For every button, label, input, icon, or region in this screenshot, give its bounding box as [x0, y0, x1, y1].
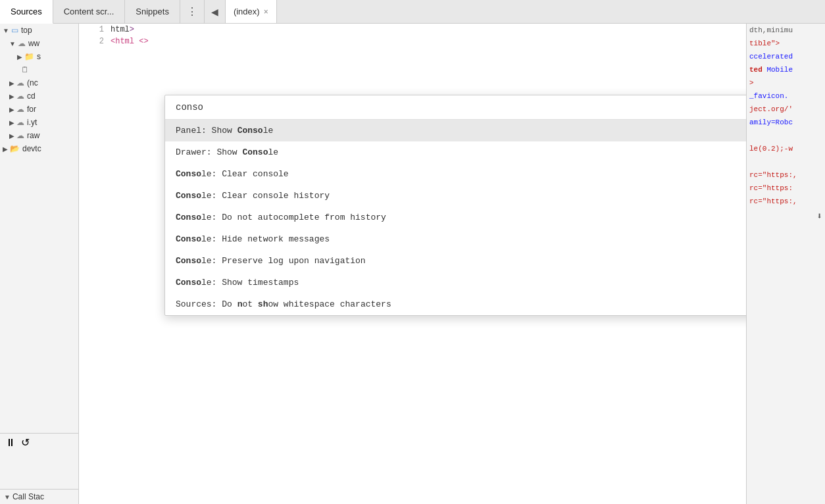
tree-label-ww: ww [28, 39, 39, 48]
right-line-4: ted Mobile [747, 63, 825, 76]
cloud-icon-iyt: ☁ [16, 118, 24, 127]
code-area[interactable]: 1 html> 2 <html <> conso Panel: Show Con… [79, 24, 746, 504]
code-line-1: 1 html> [79, 24, 746, 36]
autocomplete-item-1[interactable]: Drawer: Show Console [165, 141, 746, 163]
file-icon: 🗒 [21, 65, 29, 74]
tree-item-iyt[interactable]: ▶ ☁ i.yt [0, 116, 78, 129]
tree-item-devtc[interactable]: ▶ 📂 devtc [0, 142, 78, 155]
tab-snippets-label: Snippets [136, 7, 169, 16]
call-stack-arrow: ▼ [4, 493, 11, 501]
autocomplete-dropdown: conso Panel: Show Console Drawer: Show C… [164, 95, 746, 316]
main-layout: ▼ ▭ top ▼ ☁ ww ▶ 📁 s 🗒 ▶ ☁ (nc ▶ ☁ cd ▶ [0, 24, 825, 504]
right-line-11 [747, 155, 825, 168]
autocomplete-item-5-text: Console: Hide network messages [176, 234, 746, 244]
tree-item-ww[interactable]: ▼ ☁ ww [0, 37, 78, 50]
step-button[interactable]: ↺ [21, 436, 30, 449]
cloud-icon-for: ☁ [16, 105, 24, 114]
right-line-9 [747, 129, 825, 142]
folder-icon-s: 📁 [24, 52, 34, 61]
code-content-2: <html <> [111, 36, 149, 47]
line-number-1: 1 [84, 24, 104, 36]
tab-bar: Sources Content scr... Snippets ⋮ ◀ (ind… [0, 0, 825, 24]
autocomplete-item-1-text: Drawer: Show Console [176, 147, 746, 157]
call-stack-header[interactable]: ▼ Call Stac [0, 490, 78, 504]
tree-label-nc: (nc [27, 78, 38, 88]
more-tabs-button[interactable]: ⋮ [180, 0, 205, 23]
right-panel: dth,minimu tible"> ccelerated ted Mobile… [746, 24, 825, 504]
autocomplete-item-7[interactable]: Console: Show timestamps [165, 272, 746, 293]
call-stack-label: Call Stac [12, 492, 44, 501]
autocomplete-item-4-text: Console: Do not autocomplete from histor… [176, 213, 746, 222]
autocomplete-item-7-text: Console: Show timestamps [176, 278, 746, 288]
tab-snippets[interactable]: Snippets [125, 0, 180, 23]
sidebar: ▼ ▭ top ▼ ☁ ww ▶ 📁 s 🗒 ▶ ☁ (nc ▶ ☁ cd ▶ [0, 24, 79, 504]
autocomplete-item-0-text: Panel: Show Console [176, 126, 746, 136]
tree-label-iyt: i.yt [27, 118, 37, 127]
tree-label-s: s [37, 52, 41, 61]
tree-label-cd: cd [27, 91, 36, 101]
cloud-icon-nc: ☁ [16, 78, 24, 88]
right-line-6: _favicon. [747, 89, 825, 103]
autocomplete-item-5[interactable]: Console: Hide network messages [165, 228, 746, 250]
arrow-s: ▶ [17, 53, 22, 61]
panel-toggle-button[interactable]: ◀ [205, 0, 226, 23]
code-content-1: html> [111, 24, 134, 36]
debug-controls: ⏸ ↺ [0, 433, 79, 451]
tree-item-for[interactable]: ▶ ☁ for [0, 103, 78, 116]
pause-button[interactable]: ⏸ [5, 437, 16, 449]
right-line-5: > [747, 76, 825, 89]
right-line-3: ccelerated [747, 50, 825, 63]
tree-item-top[interactable]: ▼ ▭ top [0, 24, 78, 37]
cloud-icon-cd: ☁ [16, 91, 24, 101]
autocomplete-item-8-text: Sources: Do not show whitespace characte… [176, 299, 746, 309]
arrow-raw: ▶ [9, 132, 14, 139]
autocomplete-item-2-text: Console: Clear console [176, 169, 746, 179]
folder-icon-top: ▭ [11, 26, 18, 35]
tree-label-devtc: devtc [22, 144, 41, 153]
autocomplete-input-value: conso [176, 102, 203, 113]
autocomplete-input[interactable]: conso [165, 95, 746, 120]
autocomplete-item-2[interactable]: Console: Clear console Ctrl L [165, 163, 746, 185]
tab-content-scripts-label: Content scr... [64, 7, 114, 16]
arrow-ww: ▼ [9, 40, 16, 47]
arrow-cd: ▶ [9, 93, 14, 100]
scroll-icon: ⬇ [817, 211, 822, 222]
arrow-nc: ▶ [9, 80, 14, 87]
tab-sources[interactable]: Sources [0, 0, 53, 24]
autocomplete-item-6-text: Console: Preserve log upon navigation [176, 256, 746, 266]
autocomplete-item-0[interactable]: Panel: Show Console [165, 120, 746, 141]
panel-toggle-icon: ◀ [211, 7, 218, 17]
tab-content-scripts[interactable]: Content scr... [53, 0, 126, 23]
autocomplete-item-4[interactable]: Console: Do not autocomplete from histor… [165, 207, 746, 228]
file-tab[interactable]: (index) × [226, 0, 277, 23]
autocomplete-item-6[interactable]: Console: Preserve log upon navigation [165, 250, 746, 272]
cloud-icon-ww: ☁ [18, 39, 26, 48]
tree-item-raw[interactable]: ▶ ☁ raw [0, 129, 78, 142]
arrow-for: ▶ [9, 106, 14, 113]
right-line-13: rc="https: [747, 182, 825, 195]
tree-item-nc[interactable]: ▶ ☁ (nc [0, 76, 78, 89]
right-line-7: ject.org/' [747, 103, 825, 116]
right-line-2: tible"> [747, 37, 825, 50]
line-number-2: 2 [84, 36, 104, 47]
tree-item-cd[interactable]: ▶ ☁ cd [0, 89, 78, 103]
more-icon: ⋮ [187, 5, 197, 18]
right-scroll: ⬇ [747, 208, 825, 224]
tree-item-s[interactable]: ▶ 📁 s [0, 50, 78, 63]
file-tab-close[interactable]: × [264, 7, 268, 16]
right-line-8: amily=Robc [747, 116, 825, 129]
code-line-2: 2 <html <> [79, 36, 746, 47]
tree-label-for: for [27, 105, 36, 114]
tree-label-raw: raw [27, 131, 39, 140]
autocomplete-item-8[interactable]: Sources: Do not show whitespace characte… [165, 293, 746, 315]
tree-label-top: top [21, 26, 32, 35]
file-tab-label: (index) [234, 7, 260, 16]
right-line-14: rc="https:, [747, 195, 825, 208]
arrow-devtc: ▶ [3, 145, 8, 153]
right-line-10: le(0.2);-w [747, 142, 825, 155]
autocomplete-item-3-text: Console: Clear console history [176, 191, 746, 201]
tab-sources-label: Sources [11, 7, 42, 16]
autocomplete-item-3[interactable]: Console: Clear console history [165, 185, 746, 207]
tree-item-file[interactable]: 🗒 [0, 63, 78, 76]
right-line-12: rc="https:, [747, 168, 825, 182]
